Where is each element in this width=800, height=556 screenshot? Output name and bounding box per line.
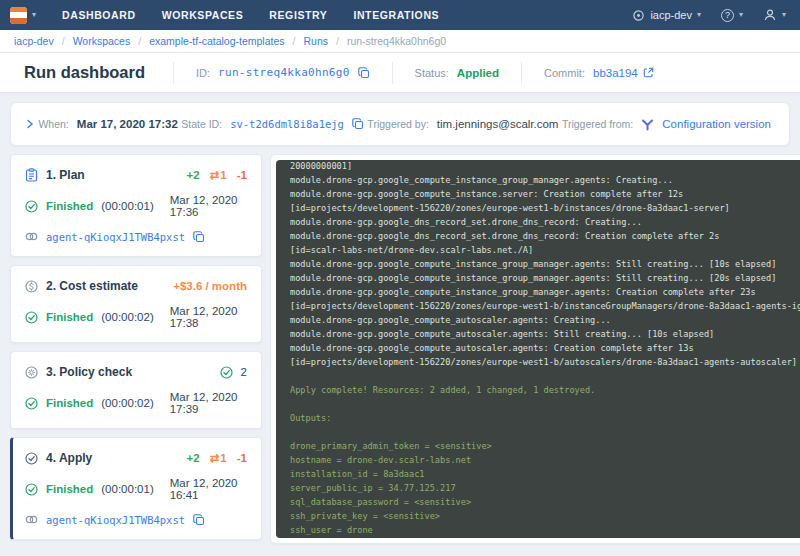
log-line: [290, 397, 800, 411]
content-area: When: Mar 17, 2020 17:32 State ID: sv-t2…: [0, 93, 800, 556]
triggered-by-group: Triggered by: tim.jennings@scalr.com: [367, 118, 558, 130]
step-title: 2. Cost estimate: [46, 279, 138, 293]
run-steps-sidebar: 1. Plan +2 ⇄1 -1 Finished (00:00:01): [10, 154, 262, 548]
log-line: module.drone-gcp.google_dns_record_set.d…: [290, 215, 800, 229]
run-id-group: ID: run-streq4kka0hn6g0: [173, 62, 392, 84]
check-circle-icon: [25, 397, 38, 410]
chevron-right-icon[interactable]: [25, 119, 35, 129]
user-menu[interactable]: ▾: [763, 8, 786, 22]
target-icon: [632, 9, 645, 22]
copy-icon[interactable]: [358, 67, 370, 79]
run-id-label: ID:: [196, 67, 210, 79]
step-status: Finished: [46, 483, 93, 495]
log-line-output: drone_primary_admin_token = <sensitive>: [290, 439, 800, 453]
help-menu[interactable]: ? ▾: [721, 9, 743, 22]
chevron-down-icon: ▾: [697, 11, 701, 19]
step-duration: (00:00:02): [101, 311, 153, 323]
commit-label: Commit:: [544, 67, 585, 79]
swap-arrows-icon: ⇄: [210, 168, 220, 182]
step-card-policy-check[interactable]: 3. Policy check 2 Finished (00:00:02) Ma…: [10, 351, 262, 429]
help-icon: ?: [721, 9, 734, 22]
when-group: When: Mar 17, 2020 17:32: [38, 118, 177, 130]
run-summary-card: When: Mar 17, 2020 17:32 State ID: sv-t2…: [10, 102, 790, 146]
apply-log-card: 20000000001] module.drone-gcp.google_com…: [270, 154, 800, 544]
when-label: When:: [38, 118, 68, 130]
log-line-output: ssh_private_key = <sensitive>: [290, 509, 800, 523]
nav-item-workspaces[interactable]: WORKSPACES: [162, 9, 244, 21]
breadcrumb-separator: /: [293, 35, 296, 47]
chevron-down-icon: ▾: [32, 11, 36, 19]
app-logo-menu[interactable]: ▾: [10, 7, 36, 24]
log-line: module.drone-gcp.google_compute_autoscal…: [290, 313, 800, 327]
log-line: [id=projects/development-156220/zones/eu…: [290, 355, 800, 369]
log-line-output: hostname = drone-dev.scalr-labs.net: [290, 453, 800, 467]
step-date: Mar 12, 2020 17:39: [170, 391, 247, 415]
step-card-cost-estimate[interactable]: 2. Cost estimate +$3.6 / month Finished …: [10, 265, 262, 343]
resources-added: +2: [187, 452, 200, 464]
agent-link[interactable]: agent-qKioqxJ1TWB4pxst: [46, 514, 185, 526]
user-icon: [763, 8, 777, 22]
top-navbar: ▾ DASHBOARD WORKSPACES REGISTRY INTEGRAT…: [0, 0, 800, 30]
step-date: Mar 12, 2020 17:38: [170, 305, 247, 329]
resources-destroyed: -1: [237, 169, 247, 181]
copy-icon[interactable]: [193, 514, 205, 526]
run-id-value: run-streq4kka0hn6g0: [218, 66, 350, 79]
resources-destroyed: -1: [237, 452, 247, 464]
breadcrumb-workspaces[interactable]: Workspaces: [73, 35, 131, 47]
nav-item-dashboard[interactable]: DASHBOARD: [62, 9, 136, 21]
step-card-plan[interactable]: 1. Plan +2 ⇄1 -1 Finished (00:00:01): [10, 154, 262, 257]
copy-icon[interactable]: [352, 118, 364, 130]
dollar-circle-icon: [25, 280, 38, 293]
console-output[interactable]: 20000000001] module.drone-gcp.google_com…: [276, 160, 800, 538]
log-line: module.drone-gcp.google_compute_autoscal…: [290, 327, 800, 341]
status-group: Status: Applied: [392, 62, 521, 84]
step-date: Mar 12, 2020 17:36: [170, 194, 247, 218]
copy-icon[interactable]: [193, 231, 205, 243]
state-id-link[interactable]: sv-t2d6dml8i8a1ejg: [230, 118, 344, 130]
step-status: Finished: [46, 311, 93, 323]
breadcrumb-environment[interactable]: iacp-dev: [14, 35, 54, 47]
plan-clipboard-icon: [25, 168, 38, 182]
breadcrumb-workspace-name[interactable]: example-tf-catalog-templates: [149, 35, 284, 47]
log-line: module.drone-gcp.google_compute_instance…: [290, 285, 800, 299]
check-circle-icon: [25, 483, 38, 496]
chevron-down-icon: ▾: [782, 11, 786, 19]
check-circle-icon: [25, 452, 38, 465]
page-title: Run dashboard: [24, 63, 145, 82]
log-line: [290, 369, 800, 383]
log-line: [id=scalr-labs-net/drone-dev.scalr-labs.…: [290, 243, 800, 257]
log-line-output: sql_database_password = <sensitive>: [290, 495, 800, 509]
step-title: 4. Apply: [46, 451, 92, 465]
when-value: Mar 17, 2020 17:32: [77, 118, 178, 130]
breadcrumb-separator: /: [62, 35, 65, 47]
step-card-apply[interactable]: 4. Apply +2 ⇄1 -1 Finished (00:00:01): [10, 437, 262, 540]
triggered-from-group: Triggered from: Configuration version: [562, 118, 771, 131]
gear-circle-icon: [25, 366, 38, 379]
nav-item-integrations[interactable]: INTEGRATIONS: [353, 9, 439, 21]
breadcrumb-current-run: run-streq4kka0hn6g0: [347, 35, 446, 47]
commit-link[interactable]: bb3a194: [593, 67, 654, 79]
log-line-apply-complete: Apply complete! Resources: 2 added, 1 ch…: [290, 383, 800, 397]
check-circle-icon: [220, 366, 233, 379]
swap-arrows-icon: ⇄: [210, 451, 220, 465]
link-icon: [25, 513, 38, 526]
triggered-from-label: Triggered from:: [562, 118, 633, 130]
check-circle-icon: [25, 200, 38, 213]
scalr-logo-icon: [10, 7, 27, 24]
external-link-icon: [643, 67, 654, 78]
environment-name: iacp-dev: [650, 9, 692, 21]
environment-selector[interactable]: iacp-dev ▾: [632, 9, 701, 22]
resources-changed: ⇄1: [210, 451, 227, 465]
resources-changed: ⇄1: [210, 168, 227, 182]
commit-group: Commit: bb3a194: [521, 62, 676, 84]
cost-delta: +$3.6 / month: [173, 280, 247, 292]
agent-link[interactable]: agent-qKioqxJ1TWB4pxst: [46, 231, 185, 243]
log-line-outputs-header: Outputs:: [290, 411, 800, 425]
nav-item-registry[interactable]: REGISTRY: [269, 9, 327, 21]
log-line: module.drone-gcp.google_compute_instance…: [290, 257, 800, 271]
breadcrumb-runs[interactable]: Runs: [303, 35, 328, 47]
main-menu: DASHBOARD WORKSPACES REGISTRY INTEGRATIO…: [62, 9, 439, 21]
status-badge: Applied: [457, 67, 499, 79]
resources-added: +2: [187, 169, 200, 181]
configuration-version-link[interactable]: Configuration version: [662, 118, 771, 130]
